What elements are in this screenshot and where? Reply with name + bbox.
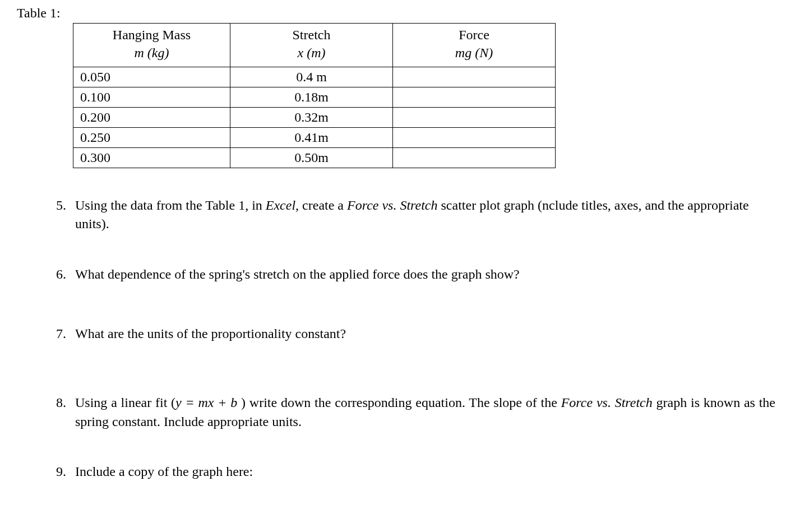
cell-stretch: 0.32m — [230, 107, 393, 127]
cell-stretch: 0.50m — [230, 147, 393, 168]
cell-stretch: 0.41m — [230, 127, 393, 147]
header-stretch-line1: Stretch — [236, 26, 387, 44]
table-row: 0.050 0.4 m — [73, 67, 556, 87]
header-stretch-line2: x (m) — [236, 44, 387, 62]
question-9: 9. Include a copy of the graph here: — [50, 462, 775, 482]
q5-mid: , create a — [295, 198, 347, 212]
table-row: 0.300 0.50m — [73, 147, 556, 168]
q8-ital1: y = mx + b — [175, 395, 241, 410]
data-table: Hanging Mass m (kg) Stretch x (m) Force … — [73, 23, 556, 168]
cell-mass: 0.200 — [73, 107, 230, 127]
cell-stretch: 0.18m — [230, 87, 393, 107]
cell-mass: 0.250 — [73, 127, 230, 147]
q5-ital2: Force vs. Stretch — [347, 198, 438, 212]
table-row: 0.200 0.32m — [73, 107, 556, 127]
cell-stretch: 0.4 m — [230, 67, 393, 87]
header-mass-line2: m (kg) — [79, 44, 224, 62]
question-text: Using the data from the Table 1, in Exce… — [75, 196, 775, 234]
header-force: Force mg (N) — [393, 24, 556, 67]
header-mass-line1: Hanging Mass — [79, 26, 224, 44]
question-text: Using a linear fit (y = mx + b ) write d… — [75, 394, 775, 431]
q8-mid: ) write down the corresponding equation.… — [241, 395, 561, 410]
question-text: What are the units of the proportionalit… — [75, 325, 775, 344]
cell-force — [393, 107, 556, 127]
question-number: 9. — [50, 462, 75, 482]
question-6: 6. What dependence of the spring's stret… — [50, 265, 775, 284]
q5-pre: Using the data from the Table 1, in — [75, 198, 266, 212]
q8-pre: Using a linear fit ( — [75, 395, 175, 410]
cell-mass: 0.100 — [73, 87, 230, 107]
header-force-line1: Force — [399, 26, 549, 44]
question-number: 6. — [50, 265, 75, 284]
cell-mass: 0.300 — [73, 147, 230, 168]
table-row: 0.100 0.18m — [73, 87, 556, 107]
header-mass: Hanging Mass m (kg) — [73, 24, 230, 67]
question-number: 7. — [50, 325, 75, 344]
table-row: 0.250 0.41m — [73, 127, 556, 147]
question-8: 8. Using a linear fit (y = mx + b ) writ… — [50, 394, 775, 431]
question-number: 5. — [50, 196, 75, 215]
table-label: Table 1: — [17, 6, 792, 21]
cell-force — [393, 147, 556, 168]
question-7: 7. What are the units of the proportiona… — [50, 325, 775, 344]
cell-force — [393, 127, 556, 147]
question-5: 5. Using the data from the Table 1, in E… — [50, 196, 775, 234]
q8-ital2: Force vs. Stretch — [561, 395, 653, 410]
header-stretch: Stretch x (m) — [230, 24, 393, 67]
table-header-row: Hanging Mass m (kg) Stretch x (m) Force … — [73, 24, 556, 67]
cell-mass: 0.050 — [73, 67, 230, 87]
cell-force — [393, 87, 556, 107]
question-text: What dependence of the spring's stretch … — [75, 265, 775, 284]
question-text: Include a copy of the graph here: — [75, 462, 775, 482]
question-number: 8. — [50, 394, 75, 413]
cell-force — [393, 67, 556, 87]
questions-list: 5. Using the data from the Table 1, in E… — [50, 196, 775, 482]
q5-ital1: Excel — [266, 198, 295, 212]
header-force-line2: mg (N) — [399, 44, 549, 62]
